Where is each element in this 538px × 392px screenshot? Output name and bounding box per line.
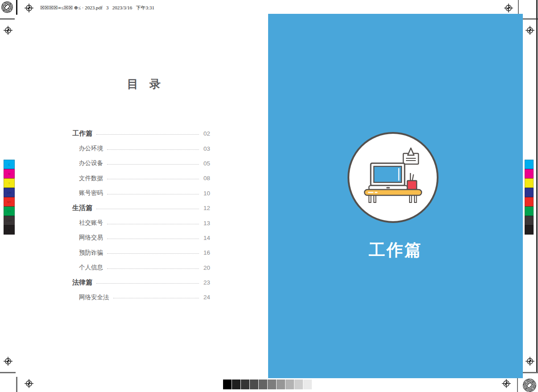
color-patch: CMY: [4, 216, 15, 225]
toc-entry-page-number: 02: [203, 130, 215, 137]
gray-patch: [223, 380, 232, 389]
color-patch: M: [4, 169, 15, 178]
gray-patch: [259, 380, 267, 389]
dotted-leader: [107, 268, 199, 269]
color-patch: [525, 169, 534, 178]
crop-mark-line: [521, 372, 538, 373]
toc-entry: 账号密码 10: [72, 186, 215, 201]
cmyk-color-bar: [525, 160, 534, 235]
toc-entry-label: 个人信息: [72, 264, 103, 272]
registration-mark-icon: [25, 379, 33, 388]
toc-entry: 社交账号 13: [72, 215, 215, 230]
toc-entry-label: 法律篇: [72, 278, 92, 287]
toc-entry-page-number: 20: [203, 264, 215, 271]
gray-patch: [250, 380, 258, 389]
color-patch: [525, 216, 534, 225]
crop-mark-line: [518, 0, 519, 15]
color-patch: [525, 160, 534, 169]
gray-patch: [241, 380, 249, 389]
star-target-icon: [523, 379, 536, 392]
toc-entry: 网络安全法 24: [72, 290, 215, 305]
dotted-leader: [107, 194, 199, 194]
toc-entry-page-number: 05: [203, 160, 215, 167]
color-patch: [525, 188, 534, 197]
cover-illustration-circle: [348, 132, 439, 223]
dotted-leader: [107, 164, 199, 165]
cmyk-color-bar: C M Y CM MY CY CMY K: [4, 160, 15, 235]
toc-entry-page-number: 08: [203, 175, 215, 182]
crop-mark-line: [16, 377, 17, 392]
color-patch: K: [4, 225, 15, 235]
toc-entry-page-number: 03: [203, 145, 215, 152]
file-info-text: ☒☒☒☒∞≤☒☒ ⊕≤ · 2023.pdf 3 2023/3/16 下午3:3…: [40, 4, 154, 11]
toc-entry-label: 网络安全法: [72, 293, 109, 301]
dotted-leader: [96, 134, 199, 135]
dotted-leader: [96, 209, 199, 209]
toc-entry-page-number: 23: [203, 279, 215, 286]
registration-mark-icon: [502, 379, 511, 388]
gray-patch: [232, 380, 240, 389]
toc-entry-page-number: 12: [203, 205, 215, 211]
scanned-print-proof-page: ☒☒☒☒∞≤☒☒ ⊕≤ · 2023.pdf 3 2023/3/16 下午3:3…: [0, 0, 538, 392]
toc-entry-page-number: 16: [203, 249, 215, 256]
gray-patch: [277, 380, 285, 389]
dotted-leader: [96, 283, 199, 284]
toc-entry-page-number: 24: [203, 294, 215, 301]
toc-entry: 生活篇 12: [72, 201, 215, 215]
registration-mark-icon: [526, 357, 534, 366]
gray-patch: [294, 380, 303, 389]
desk-computer-illustration-icon: [349, 134, 437, 221]
gray-patch: [286, 380, 294, 389]
page-edge-line: [536, 0, 538, 372]
dotted-leader: [107, 253, 199, 254]
color-patch: [525, 206, 534, 216]
grayscale-step-bar: [223, 380, 312, 389]
crop-mark-line: [0, 18, 15, 20]
gray-patch: [268, 380, 276, 389]
registration-mark-icon: [526, 26, 534, 35]
registration-mark-icon: [4, 26, 12, 35]
crop-mark-line: [517, 377, 518, 392]
toc-entry-page-number: 13: [203, 220, 215, 227]
color-patch: CM: [4, 188, 15, 197]
chapter-cover-page: 工作篇: [268, 14, 523, 378]
toc-entry: 办公环境 03: [72, 141, 215, 156]
registration-mark-icon: [4, 357, 12, 366]
toc-entry-label: 办公设备: [72, 159, 103, 167]
toc-entry-page-number: 10: [203, 190, 215, 197]
color-patch: [525, 178, 534, 188]
registration-mark-icon: [504, 4, 513, 12]
toc-entry: 法律篇 23: [72, 275, 215, 290]
toc-entry: 网络交易 14: [72, 231, 215, 245]
color-patch: Y: [4, 178, 15, 188]
dotted-leader: [107, 239, 199, 239]
dotted-leader: [113, 298, 199, 298]
crop-mark-line: [521, 18, 538, 20]
registration-mark-icon: [25, 4, 33, 12]
toc-entry-label: 办公环境: [72, 144, 103, 153]
toc-entry: 工作篇 02: [72, 126, 215, 141]
toc-entry-label: 社交账号: [72, 219, 103, 227]
crop-mark-line: [16, 0, 17, 15]
gray-patch: [303, 380, 312, 389]
toc-entry-label: 预防诈骗: [72, 249, 103, 257]
toc-entry-label: 工作篇: [72, 129, 92, 138]
color-patch: C: [4, 160, 15, 169]
color-patch: MY: [4, 197, 15, 206]
toc-entry-page-number: 14: [203, 235, 215, 241]
dotted-leader: [107, 224, 199, 224]
dotted-leader: [107, 149, 199, 150]
toc-entry: 预防诈骗 16: [72, 245, 215, 260]
toc-list: 工作篇 02 办公环境 03 办公设备 05 文件数据 08: [72, 126, 215, 305]
toc-entry-label: 文件数据: [72, 174, 103, 182]
toc-entry: 文件数据 08: [72, 171, 215, 186]
toc-title: 目 录: [127, 77, 165, 91]
toc-entry: 个人信息 20: [72, 260, 215, 275]
dotted-leader: [107, 179, 199, 179]
color-patch: [525, 225, 534, 235]
star-target-icon: [1, 1, 13, 13]
chapter-title: 工作篇: [268, 239, 523, 261]
color-patch: [525, 197, 534, 206]
toc-entry-label: 生活篇: [72, 204, 92, 212]
toc-entry-label: 网络交易: [72, 234, 103, 242]
